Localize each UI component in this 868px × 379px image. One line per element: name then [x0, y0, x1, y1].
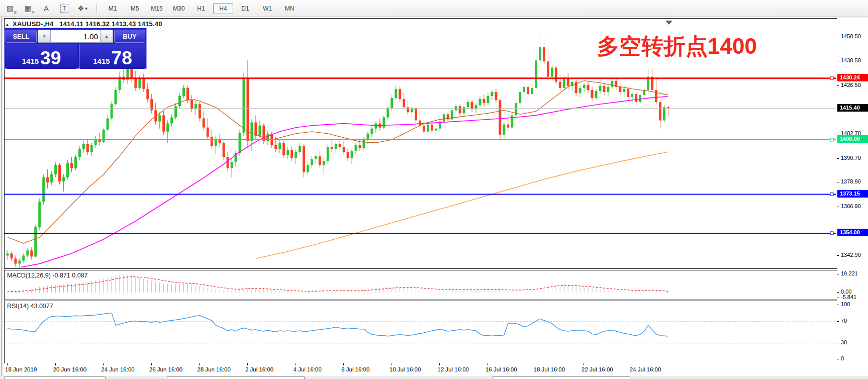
price-axis[interactable]: 1450.501438.501426.501402.701390.701378.…: [837, 18, 868, 363]
date-tick-label: 12 Jul 16:00: [437, 366, 469, 372]
date-tick-mark: [584, 363, 584, 365]
rsi-tick-mark: [837, 359, 839, 359]
timeframe-button-d1[interactable]: D1: [235, 3, 255, 14]
date-tick-mark: [343, 363, 344, 365]
buy-price-big: 78: [112, 49, 132, 67]
macd-tick-mark: [837, 292, 839, 293]
minimized-windows-strip: [0, 376, 868, 379]
volume-decrease-button[interactable]: ▼: [38, 30, 51, 43]
text-label-icon[interactable]: A: [38, 2, 54, 16]
price-tick-label: 1426.50: [841, 82, 861, 88]
date-tick-mark: [199, 363, 200, 365]
price-tick-label: 1390.70: [841, 155, 861, 161]
macd-chart[interactable]: [5, 270, 836, 299]
minimized-window[interactable]: [493, 376, 630, 379]
price-tick-label: 1450.50: [841, 33, 861, 39]
styles-icon[interactable]: ❖▾: [74, 2, 90, 16]
timeframe-button-m15[interactable]: M15: [147, 3, 167, 14]
date-tick-mark: [439, 363, 440, 365]
text-label-icon: A: [44, 4, 49, 13]
price-tick-mark: [837, 158, 839, 159]
price-tick-mark: [837, 255, 839, 256]
price-tick-label: 1438.50: [841, 57, 861, 63]
macd-indicator-label: MACD(12,26,9) -0.871 0.087: [7, 272, 88, 279]
buy-price-small: 1415: [93, 57, 110, 65]
price-tick-label: 1378.90: [841, 178, 861, 184]
rsi-tick-label: 100: [841, 301, 850, 307]
toolbar-separator: [97, 3, 98, 14]
sell-button[interactable]: SELL: [6, 30, 37, 43]
date-tick-mark: [296, 363, 296, 365]
timeframe-button-h1[interactable]: H1: [191, 3, 211, 14]
price-tick-label: 1366.90: [841, 203, 861, 209]
icon-sub-letter: E: [14, 10, 17, 15]
buy-button[interactable]: BUY: [114, 30, 145, 43]
date-tick-label: 24 Jun 16:00: [101, 366, 135, 372]
date-tick-mark: [103, 363, 104, 365]
date-tick-label: 22 Jul 16:00: [582, 366, 613, 372]
rsi-tick-label: 0: [841, 355, 844, 361]
sell-price-box[interactable]: 1415 39: [6, 44, 77, 69]
minimized-window[interactable]: [167, 376, 305, 379]
chart-header: ▴ XAUUSD-,H4 1414.11 1416.32 1413.43 141…: [6, 20, 162, 28]
window-left-frame: [1, 17, 4, 379]
buy-price-box[interactable]: 1415 78: [79, 44, 146, 69]
date-tick-label: 16 Jul 16:00: [486, 366, 517, 372]
timeframe-button-m1[interactable]: M1: [103, 3, 123, 14]
grid-icon[interactable]: ▦F: [20, 2, 36, 16]
date-tick-mark: [247, 363, 248, 365]
date-tick-mark: [151, 363, 152, 365]
date-tick-label: 8 Jul 16:00: [341, 366, 369, 372]
price-line-badge: 1430.24: [837, 74, 868, 81]
sell-price-big: 39: [40, 49, 61, 67]
rsi-tick-mark: [837, 321, 839, 322]
price-tick-label: 1342.90: [841, 252, 861, 258]
volume-increase-button[interactable]: ▲: [100, 30, 113, 43]
chart-text-annotation: 多空转折点1400: [597, 32, 757, 61]
volume-input[interactable]: [50, 30, 102, 43]
date-tick-mark: [632, 363, 632, 365]
macd-indicator-pane[interactable]: [4, 270, 837, 300]
collapse-triangle-icon[interactable]: ▴: [6, 22, 9, 27]
toolbar: ▨E▦FAT❖▾ M1M5M15M30H1H4D1W1MN: [0, 0, 868, 17]
date-tick-mark: [55, 363, 56, 365]
chart-objects-icon: ▨: [7, 4, 14, 13]
rsi-indicator-pane[interactable]: [4, 301, 837, 364]
price-tick-mark: [837, 85, 839, 86]
price-line-badge: 1373.15: [837, 190, 868, 198]
date-axis[interactable]: 18 Jun 201920 Jun 16:0024 Jun 16:0026 Ju…: [4, 363, 868, 376]
price-line-badge: 1354.00: [837, 229, 868, 236]
text-box-icon[interactable]: T: [56, 2, 72, 16]
ohlc-values: 1414.11 1416.32 1413.43 1415.40: [59, 20, 162, 28]
price-tick-mark: [837, 37, 839, 37]
timeframe-button-h4[interactable]: H4: [213, 3, 233, 14]
timeframe-button-m30[interactable]: M30: [169, 3, 189, 14]
macd-tick-mark: [837, 274, 839, 274]
timeframe-button-w1[interactable]: W1: [257, 3, 277, 14]
date-tick-label: 18 Jul 16:00: [534, 366, 565, 372]
date-tick-mark: [7, 363, 8, 365]
date-tick-label: 28 Jun 16:00: [197, 366, 231, 372]
price-tick-mark: [837, 61, 839, 61]
price-line-badge: 1400.00: [837, 135, 868, 143]
timeframe-button-mn[interactable]: MN: [279, 3, 300, 14]
minimized-window[interactable]: [4, 376, 106, 379]
rsi-chart[interactable]: [5, 301, 836, 362]
symbol-period-label: XAUUSD-,H4: [13, 20, 53, 28]
date-tick-mark: [488, 363, 488, 365]
date-tick-label: 20 Jun 16:00: [53, 366, 87, 372]
date-tick-label: 2 Jul 16:00: [245, 366, 273, 372]
chart-objects-icon[interactable]: ▨E: [2, 2, 18, 16]
macd-tick-label: -5.841: [841, 294, 856, 300]
rsi-tick-mark: [837, 305, 839, 305]
chevron-down-icon: ▼: [42, 34, 46, 39]
text-box-icon: T: [60, 5, 68, 13]
timeframe-button-group: M1M5M15M30H1H4D1W1MN: [102, 3, 301, 14]
price-tick-mark: [837, 134, 839, 134]
icon-sub-letter: F: [32, 10, 35, 15]
current-price-badge: 1415.40: [837, 104, 868, 112]
rsi-indicator-label: RSI(14) 43.0077: [7, 303, 53, 310]
date-tick-label: 24 Jul 16:00: [630, 366, 661, 372]
styles-icon: ❖: [77, 4, 84, 13]
timeframe-button-m5[interactable]: M5: [125, 3, 145, 14]
